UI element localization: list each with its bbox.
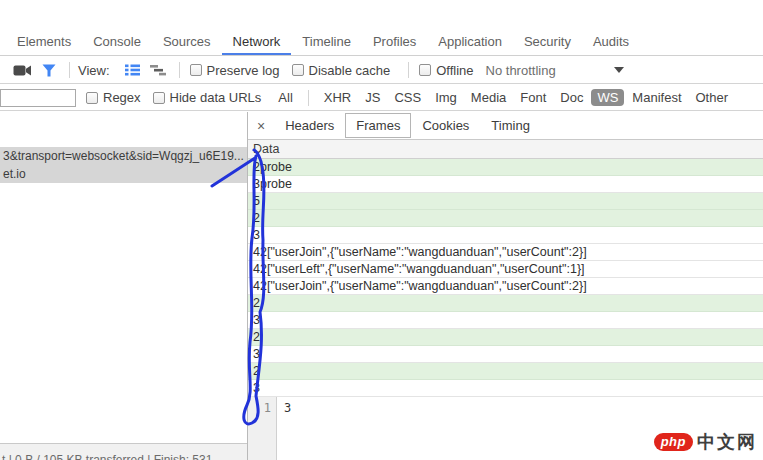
frame-row[interactable]: 3probe <box>248 176 763 193</box>
type-filter-font[interactable]: Font <box>514 89 552 106</box>
funnel-icon <box>42 64 56 77</box>
frames-table: 2probe3probe52342["userJoin",{"userName"… <box>248 159 763 397</box>
frame-row[interactable]: 42["userJoin",{"userName":"wangduanduan"… <box>248 278 763 295</box>
main-tab-bar: ElementsConsoleSourcesNetworkTimelinePro… <box>0 30 763 56</box>
offline-label[interactable]: Offline <box>436 63 473 78</box>
type-filter-bar: AllXHRJSCSSImgMediaFontDocWSManifestOthe… <box>271 89 735 106</box>
main-tab-elements[interactable]: Elements <box>6 30 82 55</box>
request-details-panel: × HeadersFramesCookiesTiming Data 2probe… <box>248 112 763 460</box>
main-tab-network[interactable]: Network <box>222 30 292 55</box>
frame-row[interactable]: 3 <box>248 312 763 329</box>
main-tab-timeline[interactable]: Timeline <box>291 30 362 55</box>
main-tab-console[interactable]: Console <box>82 30 152 55</box>
details-tab-headers[interactable]: Headers <box>274 113 345 139</box>
request-row[interactable]: et.io <box>0 165 247 183</box>
type-filter-img[interactable]: Img <box>429 89 463 106</box>
type-filter-manifest[interactable]: Manifest <box>626 89 687 106</box>
toolbar-separator <box>179 62 180 78</box>
type-filter-js[interactable]: JS <box>359 89 386 106</box>
php-logo-badge: php <box>654 433 693 451</box>
request-list-panel: 3&transport=websocket&sid=Wqgzj_u6E19...… <box>0 112 248 460</box>
main-tab-security[interactable]: Security <box>513 30 582 55</box>
watermark-text: 中文网 <box>697 430 757 454</box>
type-filter-all[interactable]: All <box>272 89 298 106</box>
disable-cache-checkbox[interactable] <box>292 64 304 76</box>
network-filter-bar: Regex Hide data URLs AllXHRJSCSSImgMedia… <box>0 85 763 111</box>
view-list-button[interactable] <box>125 64 140 76</box>
type-filter-xhr[interactable]: XHR <box>318 89 357 106</box>
throttling-dropdown-arrow-icon[interactable] <box>614 67 624 73</box>
status-text: t | 0 B / 105 KB transferred | Finish: 5… <box>2 453 212 460</box>
disable-cache-label[interactable]: Disable cache <box>309 63 391 78</box>
frame-row[interactable]: 2 <box>248 210 763 227</box>
waterfall-icon <box>150 64 166 76</box>
type-filter-ws[interactable]: WS <box>591 89 624 106</box>
offline-checkbox[interactable] <box>419 64 431 76</box>
view-overview-button[interactable] <box>150 64 166 76</box>
preserve-log-checkbox[interactable] <box>190 64 202 76</box>
network-toolbar: View: Preserve log Disable cache Offline… <box>0 57 763 84</box>
toolbar-separator <box>69 62 70 78</box>
throttling-select[interactable]: No throttling <box>486 63 556 78</box>
type-filter-media[interactable]: Media <box>465 89 512 106</box>
view-label: View: <box>78 63 110 78</box>
frame-row[interactable]: 42["userJoin",{"userName":"wangduanduan"… <box>248 244 763 261</box>
main-tab-audits[interactable]: Audits <box>582 30 640 55</box>
details-tabs: HeadersFramesCookiesTiming <box>274 112 541 139</box>
watermark: php 中文网 <box>654 430 757 454</box>
main-tab-profiles[interactable]: Profiles <box>362 30 427 55</box>
frame-row[interactable]: 5 <box>248 193 763 210</box>
close-icon[interactable]: × <box>257 118 265 134</box>
details-tab-cookies[interactable]: Cookies <box>411 113 480 139</box>
regex-label[interactable]: Regex <box>103 90 141 105</box>
hide-data-urls-label[interactable]: Hide data URLs <box>170 90 262 105</box>
frames-column-header[interactable]: Data <box>248 140 763 159</box>
frame-row[interactable]: 2 <box>248 295 763 312</box>
details-tab-frames[interactable]: Frames <box>345 113 411 138</box>
camera-icon <box>13 64 32 77</box>
request-row[interactable]: 3&transport=websocket&sid=Wqgzj_u6E19... <box>0 147 247 165</box>
type-filter-other[interactable]: Other <box>690 89 735 106</box>
details-tab-strip: × HeadersFramesCookiesTiming <box>248 112 763 140</box>
list-view-icon <box>125 64 140 76</box>
frame-preview-content: 3 <box>277 397 291 460</box>
regex-checkbox[interactable] <box>86 92 98 104</box>
capture-screenshots-button[interactable] <box>13 64 32 77</box>
filter-separator <box>308 90 309 106</box>
preserve-log-label[interactable]: Preserve log <box>207 63 280 78</box>
frame-row[interactable]: 3 <box>248 380 763 397</box>
main-tab-sources[interactable]: Sources <box>152 30 222 55</box>
details-tab-timing[interactable]: Timing <box>480 113 541 139</box>
frame-row[interactable]: 3 <box>248 346 763 363</box>
network-status-bar: t | 0 B / 105 KB transferred | Finish: 5… <box>0 443 247 460</box>
main-tab-application[interactable]: Application <box>427 30 513 55</box>
frame-row[interactable]: 3 <box>248 227 763 244</box>
type-filter-css[interactable]: CSS <box>388 89 427 106</box>
frame-row[interactable]: 2 <box>248 329 763 346</box>
filter-input[interactable] <box>0 89 76 107</box>
frame-row[interactable]: 2probe <box>248 159 763 176</box>
type-filter-doc[interactable]: Doc <box>554 89 589 106</box>
line-number-gutter: 1 <box>248 397 277 460</box>
filter-button[interactable] <box>42 64 56 77</box>
request-list-rows: 3&transport=websocket&sid=Wqgzj_u6E19...… <box>0 112 247 183</box>
frame-row[interactable]: 2 <box>248 363 763 380</box>
frame-row[interactable]: 42["userLeft",{"userName":"wangduanduan"… <box>248 261 763 278</box>
hide-data-urls-checkbox[interactable] <box>153 92 165 104</box>
toolbar-separator <box>408 62 409 78</box>
